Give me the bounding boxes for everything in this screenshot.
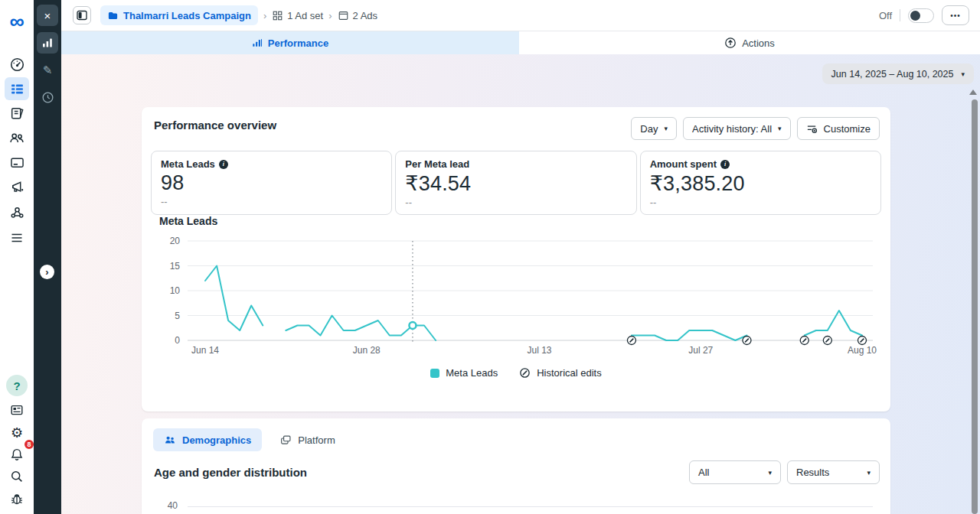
help-button[interactable]: ? — [5, 374, 29, 397]
svg-text:20: 20 — [170, 236, 181, 246]
collapse-sidebar-button[interactable] — [73, 6, 91, 24]
newspaper-icon — [9, 402, 24, 418]
top-toolbar: Thalmarri Leads Campaign › 1 Ad set › 2 … — [61, 0, 980, 31]
meta-leads-line-chart[interactable]: 05101520Jun 14Jun 28Jul 13Jul 27Aug 10 — [142, 228, 890, 361]
updates-button[interactable] — [5, 399, 29, 421]
date-range-picker[interactable]: Jun 14, 2025 – Aug 10, 2025 ▾ — [822, 63, 974, 84]
tab-demographics-label: Demographics — [182, 434, 251, 446]
meta-leads-swatch-icon — [430, 369, 439, 378]
history-panel-button[interactable] — [37, 86, 58, 108]
info-icon[interactable]: i — [219, 160, 228, 169]
tab-demographics[interactable]: Demographics — [153, 428, 262, 451]
main-content: Jun 14, 2025 – Aug 10, 2025 ▾ Performanc… — [61, 54, 980, 514]
sidebar-item-advertise[interactable] — [5, 175, 29, 198]
campaigns-table-icon — [9, 81, 25, 97]
caret-down-icon: ▾ — [664, 125, 668, 132]
activity-history-dropdown[interactable]: Activity history: All ▾ — [683, 117, 791, 140]
gear-icon: ⚙ — [11, 426, 23, 440]
expand-panel-button[interactable]: › — [40, 265, 54, 279]
megaphone-icon — [9, 179, 25, 195]
metric-meta-leads[interactable]: Meta Leads i 98 -- — [151, 151, 392, 215]
tab-actions-label: Actions — [742, 37, 775, 49]
tab-platform[interactable]: Platform — [270, 428, 345, 451]
demographics-filters: All ▾ Results ▾ — [689, 460, 880, 484]
demographics-tabs: Demographics Platform — [153, 428, 346, 451]
breadcrumb-adset-label: 1 Ad set — [287, 10, 323, 21]
gauge-icon — [9, 57, 25, 73]
notifications-button[interactable]: 8 — [5, 443, 29, 466]
meta-logo[interactable]: ∞ — [5, 10, 29, 33]
clock-icon — [41, 91, 54, 104]
metric-label: Amount spent — [650, 158, 717, 170]
svg-text:Jul 27: Jul 27 — [688, 345, 713, 356]
performance-chart-icon — [252, 37, 263, 48]
charts-panel-button[interactable] — [37, 32, 58, 54]
breakdown-day-dropdown[interactable]: Day ▾ — [631, 117, 677, 140]
search-button[interactable] — [5, 465, 29, 488]
info-icon[interactable]: i — [720, 160, 730, 169]
status-label: Off — [879, 10, 892, 21]
more-options-button[interactable]: ••• — [942, 5, 969, 25]
sidebar-item-billing[interactable] — [5, 151, 29, 174]
legend-meta-leads: Meta Leads — [430, 367, 498, 379]
breadcrumb-ads-label: 2 Ads — [353, 10, 378, 21]
search-icon — [9, 469, 24, 484]
customize-label: Customize — [824, 123, 871, 135]
close-icon: × — [44, 9, 51, 22]
activity-history-label: Activity history: All — [692, 123, 772, 135]
tab-actions[interactable]: Actions — [519, 31, 980, 54]
metric-value: ₹3,385.20 — [650, 171, 871, 196]
scrollbar-up-arrow[interactable] — [969, 89, 977, 95]
metric-subvalue: -- — [161, 196, 382, 207]
historical-edits-icon — [519, 367, 531, 379]
sidebar-item-all-tools[interactable] — [5, 226, 29, 249]
breadcrumb-adset[interactable]: 1 Ad set — [272, 10, 323, 21]
svg-text:Jun 14: Jun 14 — [191, 345, 219, 356]
chart-legend: Meta Leads Historical edits — [142, 367, 890, 379]
scrollbar-thumb[interactable] — [972, 99, 978, 514]
legend-historical-edits: Historical edits — [519, 367, 602, 379]
sidebar-item-overview[interactable] — [5, 53, 29, 76]
platform-layers-icon — [280, 434, 292, 446]
filter-all-dropdown[interactable]: All ▾ — [689, 460, 781, 484]
edit-panel-button[interactable]: ✎ — [37, 59, 58, 80]
caret-down-icon: ▾ — [867, 469, 871, 477]
report-bug-button[interactable] — [5, 487, 29, 510]
folder-icon — [107, 10, 119, 21]
svg-text:Jun 28: Jun 28 — [353, 345, 381, 356]
metric-label: Meta Leads — [161, 158, 215, 170]
demographics-people-icon — [164, 434, 176, 446]
breadcrumb-campaign[interactable]: Thalmarri Leads Campaign — [100, 5, 258, 25]
legend-label: Historical edits — [537, 367, 602, 379]
chart-title: Meta Leads — [159, 215, 217, 227]
performance-overview-card: Performance overview Day ▾ Activity hist… — [142, 107, 890, 412]
sidebar-item-audiences[interactable] — [5, 126, 29, 149]
sidebar-item-events[interactable] — [5, 200, 29, 223]
breadcrumb-separator-icon: › — [263, 10, 266, 21]
metric-value: 98 — [161, 171, 382, 195]
customize-button[interactable]: Customize — [797, 117, 880, 140]
filter-all-label: All — [698, 467, 709, 478]
metric-cards: Meta Leads i 98 -- Per Meta lead ₹34.54 … — [151, 151, 881, 215]
svg-text:5: 5 — [175, 311, 180, 321]
actions-arrow-icon — [724, 37, 737, 49]
bug-icon — [9, 491, 24, 506]
close-panel-button[interactable]: × — [37, 5, 58, 26]
campaign-status-toggle[interactable] — [908, 8, 934, 23]
insights-rail: × ✎ › — [34, 0, 61, 514]
breadcrumb-ads[interactable]: 2 Ads — [338, 10, 378, 21]
sidebar-item-campaigns[interactable] — [5, 77, 29, 100]
sidebar-item-reporting[interactable] — [5, 101, 29, 124]
caret-down-icon: ▾ — [778, 125, 782, 132]
metric-amount-spent[interactable]: Amount spent i ₹3,385.20 -- — [640, 151, 881, 215]
breadcrumb: Thalmarri Leads Campaign › 1 Ad set › 2 … — [100, 5, 377, 25]
filter-results-dropdown[interactable]: Results ▾ — [787, 460, 880, 484]
metric-per-meta-lead[interactable]: Per Meta lead ₹34.54 -- — [395, 151, 636, 215]
tab-performance[interactable]: Performance — [61, 31, 519, 54]
age-gender-section-header: Age and gender distribution All ▾ Result… — [154, 460, 880, 484]
adset-grid-icon — [272, 10, 283, 21]
chevron-right-icon: › — [45, 267, 48, 277]
bell-icon — [9, 447, 24, 462]
credit-card-icon — [9, 155, 25, 171]
ad-frame-icon — [338, 10, 349, 21]
